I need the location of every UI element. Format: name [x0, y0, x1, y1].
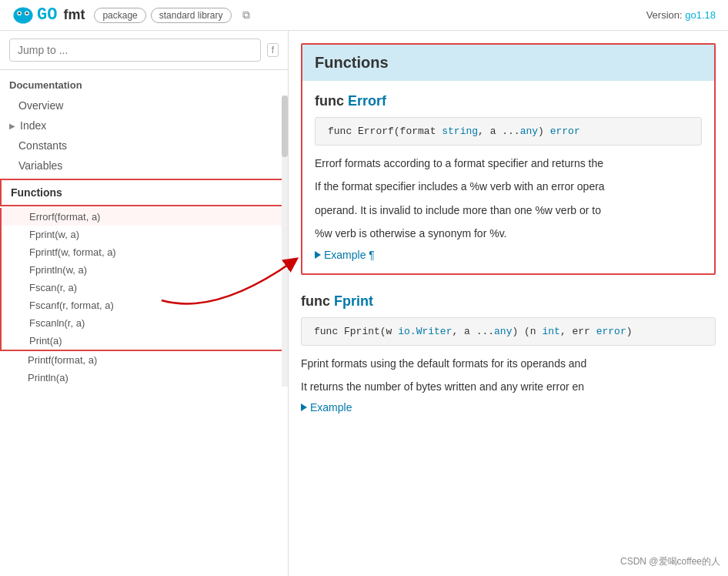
sidebar-item-overview[interactable]: Overview — [0, 95, 288, 116]
func-errorf-desc3: operand. It is invalid to include more t… — [315, 202, 702, 219]
sidebar-subitem-print[interactable]: Print(a) — [2, 332, 286, 350]
sidebar-subitem-fprintf[interactable]: Fprintf(w, format, a) — [2, 243, 286, 261]
sidebar-subitem-fprintln[interactable]: Fprintln(w, a) — [2, 261, 286, 279]
sidebar-item-index[interactable]: ▶ Index — [0, 116, 288, 136]
func-fprint-code: func Fprint(w io.Writer, a ...any) (n in… — [301, 317, 716, 346]
sidebar-item-label: Overview — [18, 99, 63, 112]
stdlib-badge[interactable]: standard library — [151, 8, 232, 23]
sidebar-item-constants[interactable]: Constants — [0, 136, 288, 156]
func-keyword: func — [301, 293, 334, 309]
version-link[interactable]: go1.18 — [685, 9, 716, 21]
go-logo: GO — [12, 5, 57, 25]
func-fprint-desc2: It returns the number of bytes written a… — [301, 378, 716, 395]
svg-point-3 — [18, 12, 21, 14]
doc-section-label: Documentation — [0, 70, 288, 95]
sidebar-scroll-area: Overview ▶ Index Constants Variables Fun… — [0, 95, 288, 387]
scrollbar-thumb[interactable] — [282, 95, 288, 157]
functions-box-heading: Functions — [302, 45, 714, 81]
func-errorf-example[interactable]: Example ¶ — [315, 249, 702, 261]
triangle-right-icon — [315, 251, 321, 259]
sidebar-functions-header: Functions — [0, 179, 288, 206]
header: GO fmt package standard library ⧉ Versio… — [0, 0, 728, 31]
copy-icon[interactable]: ⧉ — [242, 8, 250, 22]
svg-point-0 — [13, 7, 32, 23]
func-keyword: func — [315, 93, 348, 109]
func-errorf-title: func Errorf — [315, 93, 702, 109]
package-name: fmt — [63, 7, 85, 23]
sidebar-subitem-fscanln[interactable]: Fscanln(r, a) — [2, 314, 286, 332]
watermark: CSDN @爱喝coffee的人 — [620, 555, 720, 568]
func-errorf-desc1: Errorf formats according to a format spe… — [315, 155, 702, 172]
jump-to-input[interactable] — [9, 39, 261, 62]
func-fprint-example[interactable]: Example — [301, 401, 716, 414]
go-logo-text: GO — [37, 5, 57, 25]
layout: f Documentation Overview ▶ Index Constan… — [0, 31, 728, 576]
jump-to-shortcut: f — [267, 43, 279, 57]
sidebar-subitem-fscan[interactable]: Fscan(r, a) — [2, 279, 286, 296]
func-fprint-desc1: Fprint formats using the default formats… — [301, 355, 716, 372]
main-content: Functions func Errorf func Errorf(format… — [289, 31, 728, 576]
func-errorf-section: func Errorf func Errorf(format string, a… — [302, 81, 714, 273]
sidebar-subitem-errorf[interactable]: Errorf(format, a) — [2, 208, 286, 226]
func-errorf-desc4: %w verb is otherwise a synonym for %v. — [315, 225, 702, 242]
sidebar-item-label: Constants — [18, 139, 67, 152]
func-fprint-title: func Fprint — [301, 293, 716, 310]
jump-to-bar: f — [0, 31, 288, 70]
functions-section-box: Functions func Errorf func Errorf(format… — [301, 43, 716, 275]
sidebar-item-variables[interactable]: Variables — [0, 156, 288, 176]
sidebar-subitem-fprint[interactable]: Fprint(w, a) — [2, 226, 286, 243]
func-errorf-desc2: If the format specifier includes a %w ve… — [315, 178, 702, 195]
triangle-right-icon-2 — [301, 404, 307, 411]
svg-point-4 — [26, 12, 28, 14]
scrollbar-track — [282, 95, 288, 387]
sidebar: f Documentation Overview ▶ Index Constan… — [0, 31, 289, 576]
arrow-icon: ▶ — [9, 122, 15, 130]
package-badge[interactable]: package — [94, 8, 145, 23]
sidebar-functions-list: Errorf(format, a) Fprint(w, a) Fprintf(w… — [0, 208, 288, 351]
func-fprint-link[interactable]: Fprint — [334, 293, 373, 309]
sidebar-subitem-println[interactable]: Println(a) — [0, 369, 288, 387]
sidebar-item-label: Index — [20, 119, 46, 132]
func-errorf-link[interactable]: Errorf — [348, 93, 386, 109]
sidebar-subitem-fscanf[interactable]: Fscanf(r, format, a) — [2, 296, 286, 314]
go-gopher-icon — [12, 6, 34, 25]
sidebar-item-label: Variables — [18, 159, 62, 172]
sidebar-subitem-printf[interactable]: Printf(format, a) — [0, 351, 288, 369]
func-errorf-code: func Errorf(format string, a ...any) err… — [315, 117, 702, 146]
func-fprint-section: func Fprint func Fprint(w io.Writer, a .… — [301, 287, 716, 420]
version-info: Version: go1.18 — [646, 9, 716, 21]
